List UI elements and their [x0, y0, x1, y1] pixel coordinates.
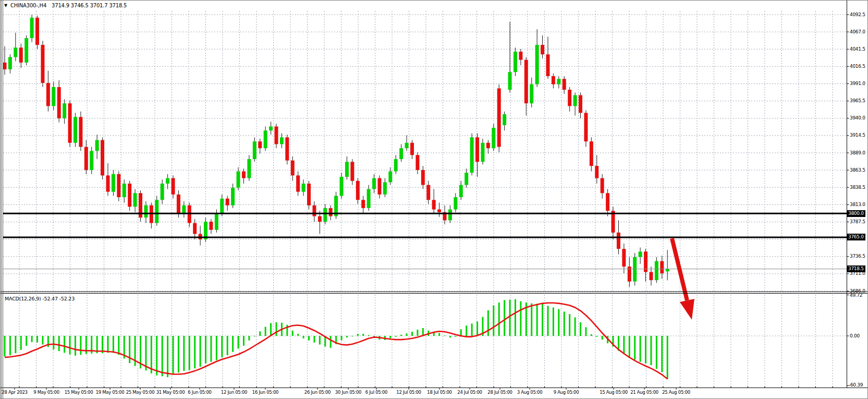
level-lines[interactable]: [3, 213, 847, 237]
price-chart[interactable]: [1, 1, 868, 399]
macd-histogram: [4, 299, 668, 379]
candles[interactable]: [3, 15, 669, 287]
trend-arrow[interactable]: [672, 238, 694, 320]
trading-chart-window: ▼CHINA300-,H43714.9 3746.5 3701.7 3718.5…: [0, 0, 868, 399]
